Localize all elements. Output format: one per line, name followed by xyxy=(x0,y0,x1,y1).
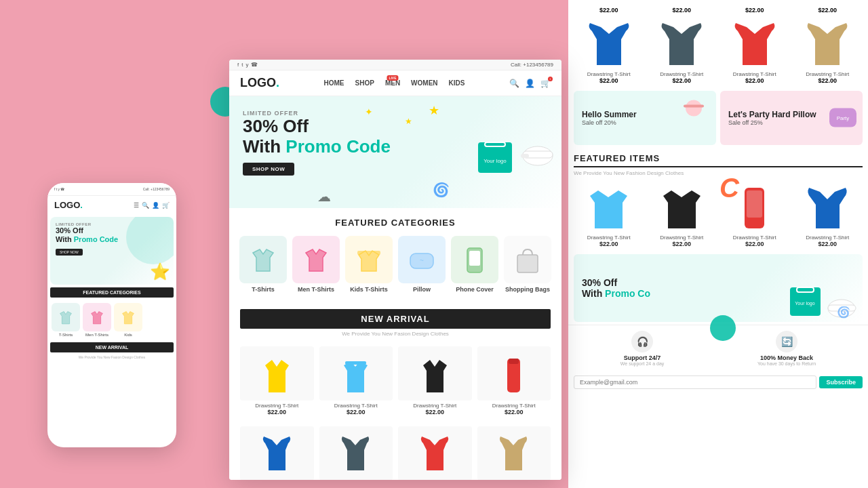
nav-home[interactable]: HOME xyxy=(324,79,344,87)
cat-pillow-label: Pillow xyxy=(398,286,446,293)
feat-item-2[interactable]: Drawstring T-Shirt $22.00 xyxy=(647,180,717,247)
right-prod-2[interactable]: Drawstring T-Shirt $22.00 xyxy=(647,18,717,84)
phone-user-icon[interactable]: 👤 xyxy=(152,202,159,209)
cat-tshirts[interactable]: T-Shirts xyxy=(239,236,287,293)
product-1[interactable]: Drawstring T-Shirt $22.00 xyxy=(240,346,314,415)
phone-social-icons: f t y ☎ xyxy=(54,187,64,191)
product-2-price: $22.00 xyxy=(319,409,393,415)
support-icon: 🎧 xyxy=(631,331,653,352)
right-prod-3-name: Drawstring T-Shirt xyxy=(719,71,790,77)
phone-logo-row: LOGO. ☰ 🔍 👤 🛒 xyxy=(47,196,176,214)
cat-phone-cover[interactable]: Phone Cover xyxy=(451,236,498,293)
right-prod-4[interactable]: Drawstring T-Shirt $22.00 xyxy=(793,18,863,84)
money-back-sub: You have 30 days to Return xyxy=(757,361,816,366)
right-price-1: $22.00 xyxy=(574,3,644,15)
phone-logo: LOGO. xyxy=(54,200,83,210)
right-price-2: $22.00 xyxy=(647,3,717,15)
feat-shirt-1-image xyxy=(583,182,634,233)
hero-shop-button[interactable]: SHOP NOW xyxy=(243,163,294,176)
phone-search-icon[interactable]: 🔍 xyxy=(142,202,149,209)
phone-cat-men[interactable]: Men T-Shirts xyxy=(83,303,111,337)
svg-rect-28 xyxy=(684,105,704,108)
phone-cat-tshirts-label: T-Shirts xyxy=(52,333,80,337)
feat-item-1[interactable]: Drawstring T-Shirt $22.00 xyxy=(574,180,644,247)
phone-cart-icon[interactable]: 🛒 xyxy=(162,202,170,209)
svg-rect-11 xyxy=(521,154,529,158)
right-jacket-1-image xyxy=(582,18,636,68)
phone-cat-tshirts[interactable]: T-Shirts xyxy=(52,303,80,337)
cat-men-tshirts[interactable]: Men T-Shirts xyxy=(292,236,340,293)
party-banner[interactable]: Let's Party Hard Pillow Sale off 25% Par… xyxy=(720,91,863,145)
right-prod-3-price: $22.00 xyxy=(719,77,790,84)
main-topbar: f t y ☎ Call: +123456789 xyxy=(229,60,561,70)
product-1-name: Drawstring T-Shirt xyxy=(240,403,314,409)
phone-hamburger-icon[interactable]: ☰ xyxy=(134,202,139,209)
products-grid-row2: Drawstring T-Shirt $22.00 Drawstring T-S… xyxy=(229,421,561,480)
product-3[interactable]: Drawstring T-Shirt $22.00 xyxy=(398,346,472,415)
nav-kids[interactable]: KIDS xyxy=(449,79,465,87)
money-back-title: 100% Money Back xyxy=(757,354,816,361)
svg-rect-20 xyxy=(517,255,538,272)
nav-icons: 🔍 👤 🛒1 xyxy=(509,79,551,88)
main-logo: LOGO. xyxy=(240,76,279,90)
product-5[interactable]: Drawstring T-Shirt $22.00 xyxy=(240,426,314,480)
teal-blob-right xyxy=(710,315,736,344)
svg-marker-13 xyxy=(306,249,326,271)
svg-marker-31 xyxy=(590,190,627,228)
right-jacket-4-image xyxy=(800,18,854,68)
cart-icon[interactable]: 🛒1 xyxy=(540,79,551,88)
nav-shop[interactable]: SHOP xyxy=(355,79,374,87)
youtube-icon[interactable]: y xyxy=(245,62,248,68)
phone-featured-label: FEATURED CATEGORIES xyxy=(50,287,174,298)
main-browser-window: f t y ☎ Call: +123456789 LOGO. HOME SHOP… xyxy=(229,60,561,480)
hero-section: LIMITED OFFER 30% OffWith Promo Code SHO… xyxy=(229,96,561,208)
nav-men[interactable]: LIVE MEN xyxy=(385,79,400,87)
instagram-icon[interactable]: ☎ xyxy=(251,62,258,68)
feat-item-3-price: $22.00 xyxy=(719,241,790,247)
cat-phone-label: Phone Cover xyxy=(451,286,498,293)
phone-shop-button[interactable]: SHOP NOW xyxy=(56,249,83,256)
newsletter-input[interactable] xyxy=(574,375,816,389)
facebook-icon[interactable]: f xyxy=(237,62,239,68)
summer-product-image xyxy=(677,98,711,136)
right-price-4: $22.00 xyxy=(793,3,863,15)
product-2[interactable]: Drawstring T-Shirt $22.00 xyxy=(319,346,393,415)
feat-jacket-image xyxy=(802,182,853,233)
right-prod-1[interactable]: Drawstring T-Shirt $22.00 xyxy=(574,18,644,84)
categories-row: T-Shirts Men T-Shirts Kids T-Shirts ~ Pi… xyxy=(240,236,551,293)
twitter-icon[interactable]: t xyxy=(241,62,243,68)
nav-women[interactable]: WOMEN xyxy=(411,79,437,87)
hello-summer-banner[interactable]: Hello Summer Sale off 20% xyxy=(574,91,716,145)
cat-pillow[interactable]: ~ Pillow xyxy=(398,236,446,293)
product-8[interactable]: Drawstring T-Shirt $22.00 xyxy=(477,426,551,480)
cat-shopping-bags[interactable]: Shopping Bags xyxy=(504,236,551,293)
subscribe-button[interactable]: Subscribe xyxy=(819,376,863,388)
svg-marker-24 xyxy=(423,360,447,392)
phone-cat-kids[interactable]: Kids xyxy=(114,303,142,337)
right-jacket-2-image xyxy=(654,18,709,68)
right-prod-3[interactable]: Drawstring T-Shirt $22.00 xyxy=(719,18,790,84)
money-back-item: 🔄 100% Money Back You have 30 days to Re… xyxy=(757,331,816,366)
user-icon[interactable]: 👤 xyxy=(525,79,535,88)
cart-count: 1 xyxy=(548,77,553,81)
product-1-price: $22.00 xyxy=(240,409,314,415)
feat-item-2-price: $22.00 xyxy=(647,241,717,247)
right-prod-4-name: Drawstring T-Shirt xyxy=(793,71,863,77)
search-icon[interactable]: 🔍 xyxy=(509,79,519,88)
svg-rect-26 xyxy=(509,359,519,364)
right-prod-2-price: $22.00 xyxy=(647,77,717,84)
cat-men-label: Men T-Shirts xyxy=(292,286,340,293)
right-hero-bag: Your logo xyxy=(787,275,824,319)
feat-item-4[interactable]: Drawstring T-Shirt $22.00 xyxy=(793,180,863,247)
product-7[interactable]: Drawstring T-Shirt $22.00 xyxy=(398,426,472,480)
product-6[interactable]: Drawstring T-Shirt $22.00 xyxy=(319,426,393,480)
svg-marker-21 xyxy=(265,360,289,392)
phone-mockup: f t y ☎ Call: +123456789 LOGO. ☰ 🔍 👤 🛒 L… xyxy=(47,183,176,447)
feat-phone-image xyxy=(739,182,770,233)
nav-links: HOME SHOP LIVE MEN WOMEN KIDS xyxy=(324,79,465,87)
topbar-phone: Call: +123456789 xyxy=(511,62,553,68)
phone-categories-row: T-Shirts Men T-Shirts Kids xyxy=(47,300,176,340)
cat-kids-tshirts[interactable]: Kids T-Shirts xyxy=(345,236,393,293)
product-4[interactable]: Drawstring T-Shirt $22.00 xyxy=(477,346,551,415)
products-grid-row1: Drawstring T-Shirt $22.00 Drawstring T-S… xyxy=(229,341,561,421)
